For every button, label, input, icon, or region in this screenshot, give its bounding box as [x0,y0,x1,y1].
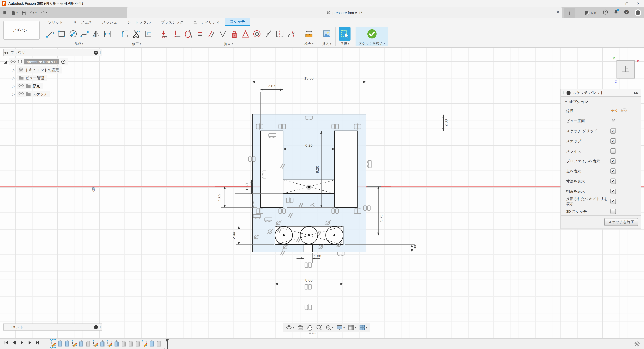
expander-icon[interactable]: ▷ [12,84,16,88]
browser-root-item[interactable]: ◢ pressure foot v11 [3,58,102,66]
checkbox-2[interactable]: ✓ [610,128,616,134]
midpoint-tool-icon[interactable] [240,28,251,40]
comment-panel-header[interactable]: コメント + ‖ [3,323,102,330]
palette-options-section[interactable]: ▼ オプション [561,97,641,106]
spline-tool-icon[interactable] [79,28,90,40]
timeline-feature-sketch-3[interactable] [72,339,77,347]
eye-icon[interactable] [18,84,24,88]
navbar-grip[interactable]: ▮▮ ▮ ▮▮ [309,332,319,334]
file-icon[interactable]: ▾ [11,10,18,16]
viewcube[interactable]: 上 Y X Z [616,60,634,79]
equal-tool-icon[interactable] [194,28,205,40]
timeline-playhead[interactable] [166,339,169,349]
circle-tool-icon[interactable] [68,28,78,40]
fillet-tool-icon[interactable] [120,28,130,40]
activate-radio-icon[interactable] [61,59,66,64]
browser-item-3[interactable]: ▷ スケッチ [3,90,102,98]
browser-item-0[interactable]: ▷ ドキュメントの設定 [3,66,102,74]
horizontal-vertical-tool-icon[interactable] [160,28,171,40]
mirror-tool-icon[interactable] [90,28,101,40]
expander-icon[interactable]: ◢ [3,60,8,64]
timeline-feature-extrude-9[interactable] [114,339,120,347]
ribbon-tab-6[interactable]: スケッチ [225,18,250,26]
group-label-create[interactable]: 作成▾ [74,42,83,46]
new-tab-button[interactable]: + [564,8,575,18]
ribbon-tab-1[interactable]: サーフェス [68,18,97,26]
pan-nav-icon[interactable] [306,324,313,331]
insert-image-tool-icon[interactable] [321,28,332,40]
job-status-clock-icon[interactable] [603,10,608,16]
close-button[interactable]: ✕ [632,0,644,7]
rectangle-tool-icon[interactable] [56,28,67,40]
expander-icon[interactable]: ▷ [12,76,16,80]
step-back-button[interactable] [12,340,16,346]
collinear-tool-icon[interactable] [263,28,274,40]
browser-item-2[interactable]: ▷ 原点 [3,82,102,90]
constraint-glyph-pair[interactable] [305,284,312,290]
timeline-feature-feature-10[interactable] [121,339,126,347]
palette-grip[interactable]: ‖ [563,91,564,95]
comment-grip[interactable]: ‖ [100,325,102,329]
timeline-feature-extrude-14[interactable] [149,339,155,347]
symmetry-tool-icon[interactable] [274,28,285,40]
constraint-glyph-hatch-v[interactable] [367,160,371,168]
concentric-tool-icon[interactable] [252,28,262,40]
minimize-button[interactable]: – [610,0,621,7]
undo-icon[interactable]: ▾ [29,11,36,15]
root-component-label[interactable]: pressure foot v11 [24,59,59,65]
timeline-feature-feature-15[interactable] [156,339,162,347]
look-at-nav-icon[interactable] [297,324,304,331]
checkbox-5[interactable]: ✓ [610,158,616,164]
viewports-nav-icon[interactable]: ▾ [359,324,367,331]
checkbox-8[interactable]: ✓ [610,189,616,194]
timeline-feature-sketch-13[interactable] [142,339,148,347]
timeline-feature-extrude-2[interactable] [64,339,70,347]
panel-display-icon[interactable]: − [94,51,98,55]
group-label-insert[interactable]: 挿入▾ [322,42,331,46]
fix-tool-icon[interactable] [229,28,240,40]
constraint-glyph-hatch-h[interactable] [338,252,345,256]
group-label-inspect[interactable]: 検査▾ [304,42,313,46]
checkbox-3[interactable]: ✓ [610,138,616,144]
curvature-tool-icon[interactable] [286,28,296,40]
finish-sketch-tool-icon[interactable] [366,28,377,40]
timeline-feature-feature-11[interactable] [128,339,134,347]
line-tool-icon[interactable] [45,28,56,40]
checkbox-9[interactable]: ✓ [610,199,616,204]
fit-nav-icon[interactable]: ▾ [325,324,334,331]
save-icon[interactable] [21,10,26,15]
tangent-tool-icon[interactable] [183,28,194,40]
construction-line-icon[interactable] [610,108,617,114]
panel-grip[interactable]: ‖ [100,51,102,54]
perpendicular-tool-icon[interactable] [217,28,228,40]
constraint-glyph-pair[interactable] [305,304,312,310]
display-settings-nav-icon[interactable]: ▾ [336,324,345,331]
sketch-dimension-tool-icon[interactable] [102,28,113,40]
ribbon-tab-4[interactable]: プラスチック [156,18,188,26]
origin-point[interactable] [306,185,312,190]
checkbox-4[interactable] [610,148,616,154]
constraint-glyph-pair[interactable] [305,262,312,268]
group-label-constraints[interactable]: 拘束▾ [224,42,233,46]
go-to-start-button[interactable] [4,340,9,346]
browser-panel-header[interactable]: ◀◀ ブラウザ − ‖ [3,49,102,56]
settings-gear-icon[interactable] [634,341,640,348]
maximize-button[interactable]: ▢ [621,0,632,7]
coincident-tool-icon[interactable] [172,28,182,40]
parallel-tool-icon[interactable] [206,28,217,40]
centerline-icon[interactable] [620,108,627,114]
checkbox-10[interactable] [610,209,616,214]
orbit-nav-icon[interactable]: ▾ [286,324,294,331]
timeline-feature-extrude-4[interactable] [78,339,84,347]
redo-icon[interactable]: ▾ [40,11,47,15]
zoom-nav-icon[interactable] [316,324,322,331]
ribbon-tab-5[interactable]: ユーティリティ [188,18,225,26]
help-icon[interactable]: ? [624,10,629,16]
expander-icon[interactable]: ▷ [12,68,16,72]
timeline-feature-extrude-1[interactable] [57,339,63,347]
ribbon-tab-2[interactable]: メッシュ [97,18,122,26]
ribbon-tab-0[interactable]: ソリッド [43,18,68,26]
step-forward-button[interactable] [27,340,32,346]
group-label-select[interactable]: 選択▾ [340,42,349,46]
document-tab[interactable]: pressure foot v11* ✕ [127,8,562,18]
